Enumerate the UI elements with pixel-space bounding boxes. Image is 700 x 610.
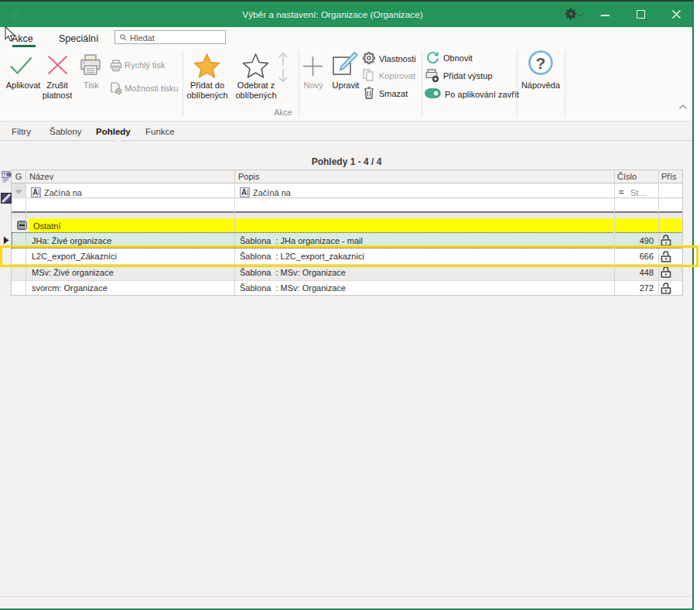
svg-text:A: A [241,188,247,197]
svg-text:?: ? [536,54,546,72]
svg-text:A: A [32,188,38,197]
